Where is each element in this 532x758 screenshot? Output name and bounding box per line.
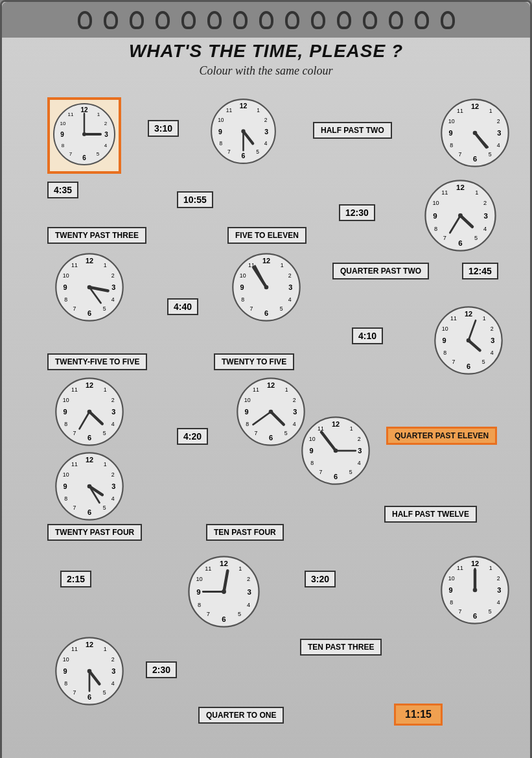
svg-text:12: 12 [86, 381, 93, 389]
svg-text:3: 3 [293, 408, 297, 416]
svg-text:9: 9 [64, 408, 67, 416]
svg-text:4: 4 [483, 226, 487, 232]
svg-text:7: 7 [458, 151, 461, 158]
clock-twentypastthree: 12 3 6 9 1 2 4 5 7 8 10 11 [54, 252, 125, 326]
spiral-5 [181, 11, 196, 29]
svg-text:8: 8 [62, 143, 65, 148]
label-quartertone: QUARTER TO ONE [198, 707, 284, 724]
svg-text:7: 7 [69, 151, 73, 157]
svg-text:5: 5 [103, 689, 106, 696]
label-quarterpasttwo: QUARTER PAST TWO [332, 263, 429, 279]
label-1245: 12:45 [462, 263, 498, 279]
label-410: 4:10 [352, 327, 383, 344]
svg-text:11: 11 [226, 107, 233, 113]
svg-text:4: 4 [111, 421, 115, 427]
svg-text:8: 8 [64, 495, 67, 502]
svg-text:4: 4 [111, 296, 115, 303]
svg-text:1: 1 [97, 112, 100, 117]
svg-text:9: 9 [64, 667, 67, 675]
svg-text:1: 1 [489, 108, 492, 114]
svg-text:4: 4 [288, 296, 292, 303]
spiral-1 [78, 11, 92, 29]
svg-text:3: 3 [111, 283, 115, 291]
svg-text:5: 5 [238, 611, 241, 617]
spiral-7 [233, 11, 248, 29]
spiral-6 [207, 11, 222, 29]
svg-text:4: 4 [497, 599, 500, 606]
svg-text:8: 8 [450, 599, 453, 606]
svg-text:10: 10 [63, 272, 69, 279]
svg-text:6: 6 [87, 693, 91, 701]
svg-text:9: 9 [443, 337, 446, 344]
svg-text:7: 7 [443, 235, 446, 241]
svg-text:1: 1 [350, 425, 353, 432]
spiral-15 [441, 11, 455, 29]
svg-text:6: 6 [82, 154, 86, 161]
svg-text:4: 4 [111, 495, 115, 502]
label-twentytofive: TWENTY TO FIVE [214, 353, 294, 370]
svg-text:4: 4 [491, 349, 494, 356]
svg-text:11: 11 [71, 262, 78, 268]
clock-310-container: 12 3 6 9 1 2 4 5 7 8 10 11 [47, 97, 121, 174]
svg-text:2: 2 [293, 397, 296, 403]
svg-text:10: 10 [432, 200, 439, 206]
clock-topright: 12 3 6 9 1 2 4 5 7 8 10 11 [439, 97, 511, 171]
svg-text:9: 9 [449, 586, 453, 594]
svg-text:10: 10 [442, 326, 448, 332]
svg-text:11: 11 [457, 565, 463, 571]
spiral-4 [156, 11, 170, 29]
svg-text:5: 5 [489, 151, 492, 158]
svg-text:10: 10 [244, 397, 251, 403]
svg-text:6: 6 [473, 612, 477, 620]
svg-text:8: 8 [64, 680, 67, 687]
svg-text:12: 12 [86, 257, 93, 265]
svg-text:7: 7 [227, 148, 231, 155]
label-440: 4:40 [167, 298, 198, 315]
svg-text:11: 11 [253, 386, 259, 393]
svg-text:6: 6 [87, 309, 91, 317]
clock-310: 12 3 6 9 1 2 4 5 7 8 10 11 [52, 102, 117, 167]
label-halfpasttwo: HALF PAST TWO [313, 122, 392, 139]
svg-text:7: 7 [452, 359, 455, 365]
svg-text:6: 6 [87, 508, 91, 516]
svg-text:12: 12 [332, 420, 340, 428]
svg-text:1: 1 [104, 646, 107, 652]
svg-text:2: 2 [288, 272, 292, 279]
clock-435area: 12 3 6 9 1 2 4 5 7 8 10 11 [423, 178, 498, 255]
label-halfpasttwelve: HALF PAST TWELVE [384, 506, 477, 523]
svg-text:4: 4 [293, 421, 296, 427]
svg-text:7: 7 [249, 305, 253, 312]
svg-text:3: 3 [111, 408, 115, 416]
svg-text:6: 6 [473, 155, 477, 163]
svg-text:11: 11 [71, 461, 78, 468]
svg-text:10: 10 [218, 117, 224, 123]
svg-text:10: 10 [63, 397, 69, 403]
page: WHAT'S THE TIME, PLEASE ? Colour with th… [0, 0, 532, 758]
clock-quarterpast12: 12 3 6 9 1 2 4 5 7 8 10 11 [187, 554, 261, 632]
clock-halfpasttwo: 12 3 6 9 1 2 4 5 7 8 10 11 [209, 97, 277, 168]
svg-text:6: 6 [264, 309, 268, 317]
svg-text:4: 4 [111, 680, 115, 687]
svg-text:5: 5 [97, 151, 100, 157]
clock-1245area: 12 3 6 9 1 2 4 5 7 8 10 11 [433, 305, 504, 379]
svg-text:9: 9 [310, 447, 314, 455]
svg-text:3: 3 [111, 482, 115, 490]
svg-text:3: 3 [358, 447, 362, 455]
svg-text:12: 12 [220, 560, 228, 567]
spiral-binding [2, 2, 530, 38]
svg-text:9: 9 [449, 129, 453, 137]
clock-twentyfivetofive: 12 3 6 9 1 2 4 5 7 8 10 11 [54, 376, 125, 450]
svg-text:9: 9 [433, 212, 437, 220]
svg-text:12: 12 [465, 310, 472, 318]
svg-text:5: 5 [284, 430, 288, 436]
svg-text:1: 1 [257, 107, 260, 113]
label-quarterpasteleven: QUARTER PAST ELEVEN [386, 427, 497, 445]
label-420: 4:20 [177, 428, 208, 445]
svg-text:4: 4 [358, 460, 361, 466]
svg-text:11: 11 [441, 189, 448, 196]
label-310: 3:10 [148, 120, 179, 137]
svg-text:2: 2 [111, 272, 115, 279]
svg-text:2: 2 [497, 575, 500, 582]
svg-text:8: 8 [310, 460, 314, 466]
svg-text:1: 1 [104, 386, 107, 393]
